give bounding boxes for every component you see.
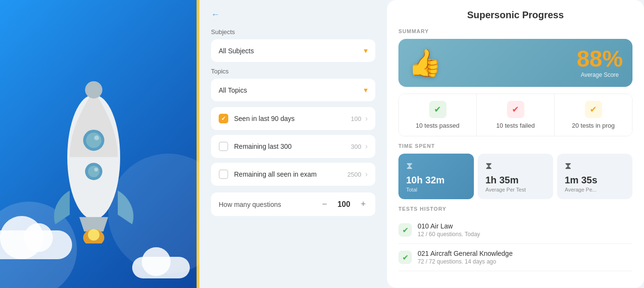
time-total-label: Total <box>406 187 466 192</box>
time-section-label: TIME SPENT <box>398 143 632 149</box>
svg-point-9 <box>88 229 99 240</box>
stat-failed-icon: ✔ <box>507 101 524 118</box>
filter-remaining-300[interactable]: Remaining last 300 300 › <box>211 135 375 158</box>
hero-panel <box>0 0 199 288</box>
subjects-dropdown[interactable]: All Subjects ▾ <box>211 39 375 62</box>
time-avg-q-value: 1m 35s <box>565 174 625 186</box>
score-container: 88% Average Score <box>577 48 623 78</box>
stat-inprogress-icon: ✔ <box>585 101 602 118</box>
page-title: Supersonic Progress <box>398 10 632 21</box>
progress-panel: Supersonic Progress SUMMARY 👍 88% Averag… <box>387 0 644 288</box>
topics-label: Topics <box>211 68 375 75</box>
subjects-value: All Subjects <box>219 47 254 55</box>
filter-remaining-300-label: Remaining last 300 <box>234 143 348 150</box>
time-avg-test-label: Average Per Test <box>485 187 545 192</box>
timer-avg-q-icon: ⧗ <box>565 160 625 171</box>
score-label: Average Score <box>577 72 623 78</box>
filter-seen-90-chevron-icon: › <box>365 114 368 123</box>
subjects-label: Subjects <box>211 28 375 36</box>
time-total: ⧗ 10h 32m Total <box>398 154 474 199</box>
history-sub-air-law: 12 / 60 questions. Today <box>418 231 632 238</box>
quantity-value: 100 <box>336 200 351 209</box>
filter-remaining-300-chevron-icon: › <box>365 142 368 151</box>
filter-remaining-exam-count: 2500 <box>347 171 361 178</box>
history-title-air-law: 010 Air Law <box>418 222 632 230</box>
filters-panel: ← Subjects All Subjects ▾ Topics All Top… <box>199 0 387 288</box>
history-item-air-law[interactable]: ✔ 010 Air Law 12 / 60 questions. Today <box>398 216 632 244</box>
checkmark-green-icon: ✔ <box>434 104 441 115</box>
filter-seen-90-count: 100 <box>351 115 361 122</box>
history-item-aircraft-knowledge[interactable]: ✔ 021 Aircraft General Knowledge 72 / 72… <box>398 244 632 271</box>
quantity-increment[interactable]: + <box>359 199 368 209</box>
time-avg-q-label: Average Pe... <box>565 187 625 192</box>
history-check-aircraft-icon: ✔ <box>398 251 412 264</box>
topics-dropdown[interactable]: All Topics ▾ <box>211 79 375 101</box>
time-total-value: 10h 32m <box>406 174 466 186</box>
summary-section-label: SUMMARY <box>398 28 632 34</box>
history-sub-aircraft: 72 / 72 questions. 14 days ago <box>418 258 632 265</box>
filter-seen-90[interactable]: Seen in last 90 days 100 › <box>211 107 375 130</box>
history-check-air-law-icon: ✔ <box>398 223 412 237</box>
filter-remaining-exam[interactable]: Remaining all seen in exam 2500 › <box>211 163 375 186</box>
stat-passed-icon: ✔ <box>429 101 446 118</box>
stat-passed-label: 10 tests passed <box>405 122 471 129</box>
cloud-decoration-2 <box>132 257 190 278</box>
time-avg-question: ⧗ 1m 35s Average Pe... <box>557 154 632 199</box>
filter-seen-90-label: Seen in last 90 days <box>234 115 348 122</box>
back-icon: ← <box>211 10 220 20</box>
filter-remaining-300-count: 300 <box>351 143 361 150</box>
filter-seen-90-checkbox[interactable] <box>219 114 228 123</box>
filter-remaining-exam-label: Remaining all seen in exam <box>234 170 345 178</box>
filter-remaining-exam-chevron-icon: › <box>365 170 368 179</box>
checkmark-yellow-icon: ✔ <box>590 104 597 115</box>
stat-failed-label: 10 tests failed <box>483 122 548 129</box>
summary-card: 👍 88% Average Score <box>398 39 632 87</box>
time-avg-test-value: 1h 35m <box>485 174 545 186</box>
stat-inprogress: ✔ 20 tests in prog <box>555 94 632 136</box>
quantity-controls: − 100 + <box>320 199 368 209</box>
subjects-chevron-icon: ▾ <box>364 46 368 55</box>
svg-point-4 <box>94 135 99 140</box>
history-info-aircraft: 021 Aircraft General Knowledge 72 / 72 q… <box>418 250 632 265</box>
checkmark-red-icon: ✔ <box>512 104 519 115</box>
svg-point-6 <box>88 166 99 177</box>
timer-total-icon: ⧗ <box>406 160 466 171</box>
thumbs-up-icon: 👍 <box>408 49 442 76</box>
svg-point-1 <box>85 81 102 98</box>
questions-label: How many questions <box>219 201 320 208</box>
score-percent: 88% <box>577 48 623 71</box>
topics-value: All Topics <box>219 86 247 94</box>
history-info-air-law: 010 Air Law 12 / 60 questions. Today <box>418 222 632 238</box>
time-row: ⧗ 10h 32m Total ⧗ 1h 35m Average Per Tes… <box>398 154 632 199</box>
history-section-label: TESTS HISTORY <box>398 206 632 212</box>
filter-remaining-300-checkbox[interactable] <box>219 142 228 151</box>
topics-chevron-icon: ▾ <box>364 85 368 95</box>
timer-avg-test-icon: ⧗ <box>485 160 545 171</box>
stat-failed: ✔ 10 tests failed <box>477 94 555 136</box>
svg-point-3 <box>86 132 101 148</box>
time-avg-test: ⧗ 1h 35m Average Per Test <box>478 154 553 199</box>
stat-passed: ✔ 10 tests passed <box>399 94 477 136</box>
svg-point-7 <box>94 168 98 171</box>
rocket-illustration <box>31 61 156 245</box>
back-button[interactable]: ← <box>211 10 220 20</box>
quantity-decrement[interactable]: − <box>320 199 329 209</box>
filter-remaining-exam-checkbox[interactable] <box>219 169 228 179</box>
stats-row: ✔ 10 tests passed ✔ 10 tests failed ✔ 20… <box>398 94 632 136</box>
stat-inprogress-label: 20 tests in prog <box>560 122 626 129</box>
questions-row: How many questions − 100 + <box>211 192 375 216</box>
history-title-aircraft: 021 Aircraft General Knowledge <box>418 250 632 257</box>
cloud-decoration-1 <box>0 230 72 259</box>
